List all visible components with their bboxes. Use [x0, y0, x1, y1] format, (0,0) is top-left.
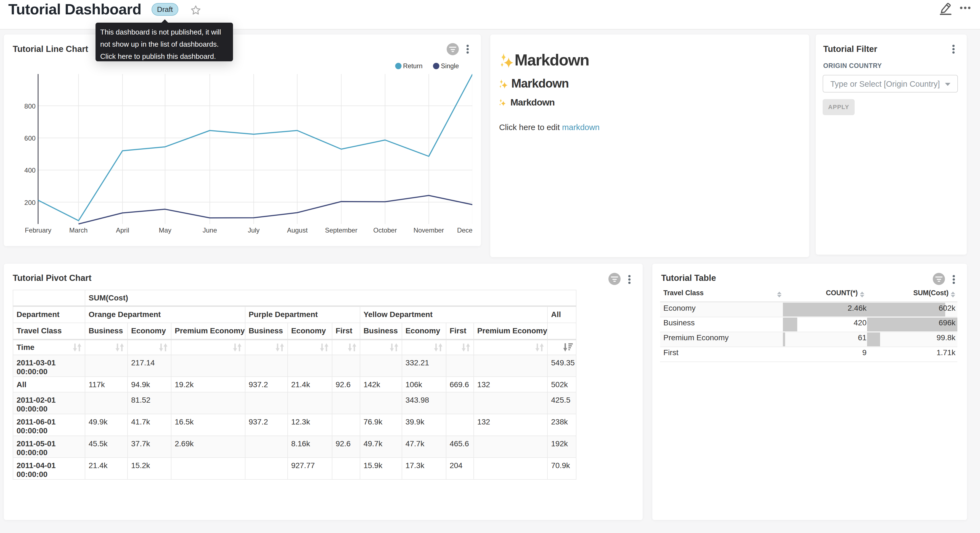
- svg-text:800: 800: [24, 102, 36, 110]
- svg-text:200: 200: [24, 199, 36, 206]
- svg-text:600: 600: [24, 134, 36, 142]
- svg-text:400: 400: [24, 166, 36, 174]
- svg-text:October: October: [373, 227, 397, 234]
- svg-text:April: April: [116, 227, 129, 234]
- svg-text:July: July: [248, 227, 260, 234]
- svg-text:Single: Single: [441, 62, 459, 70]
- svg-text:March: March: [69, 227, 88, 234]
- svg-text:August: August: [287, 227, 308, 234]
- svg-text:November: November: [414, 227, 444, 234]
- svg-text:February: February: [25, 227, 51, 234]
- svg-text:September: September: [325, 227, 357, 234]
- svg-text:December: December: [457, 227, 473, 234]
- svg-text:May: May: [159, 227, 171, 234]
- svg-text:Return: Return: [403, 62, 423, 70]
- svg-text:June: June: [203, 227, 217, 234]
